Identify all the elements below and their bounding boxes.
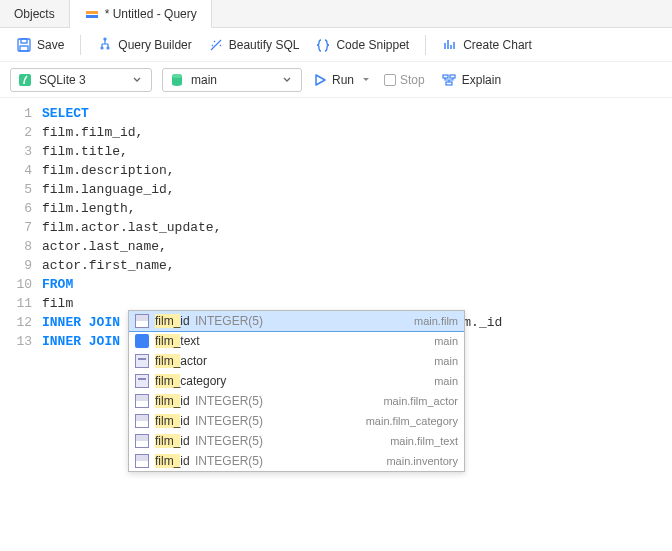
sqlite-icon <box>17 72 33 88</box>
column-icon <box>135 434 149 448</box>
chevron-down-icon <box>358 72 374 88</box>
database-select[interactable]: main <box>162 68 302 92</box>
explain-button[interactable]: Explain <box>435 69 507 91</box>
engine-select[interactable]: SQLite 3 <box>10 68 152 92</box>
tab-objects[interactable]: Objects <box>0 0 70 27</box>
column-icon <box>135 394 149 408</box>
table-icon <box>135 374 149 388</box>
svg-rect-11 <box>443 75 448 78</box>
stop-checkbox-icon <box>384 74 396 86</box>
divider <box>80 35 81 55</box>
svg-point-7 <box>107 47 109 49</box>
svg-rect-12 <box>450 75 455 78</box>
table-icon <box>135 334 149 348</box>
svg-rect-0 <box>86 11 98 14</box>
explain-icon <box>441 72 457 88</box>
tab-query[interactable]: * Untitled - Query <box>70 0 212 28</box>
database-icon <box>169 72 185 88</box>
chevron-down-icon <box>279 72 295 88</box>
autocomplete-item[interactable]: film_actormain <box>129 351 464 371</box>
chart-icon <box>442 37 458 53</box>
svg-point-10 <box>172 74 182 78</box>
svg-rect-3 <box>21 39 27 43</box>
save-button[interactable]: Save <box>10 34 70 56</box>
divider <box>425 35 426 55</box>
svg-rect-4 <box>20 46 28 51</box>
table-icon <box>135 354 149 368</box>
svg-point-6 <box>101 47 103 49</box>
beautify-button[interactable]: Beautify SQL <box>202 34 306 56</box>
autocomplete-item[interactable]: film_categorymain <box>129 371 464 391</box>
autocomplete-item[interactable]: film_id INTEGER(5)main.film_actor <box>129 391 464 411</box>
column-icon <box>135 414 149 428</box>
line-gutter: 12345678910111213 <box>0 104 42 351</box>
autocomplete-item[interactable]: film_id INTEGER(5)main.film <box>129 311 464 331</box>
beautify-icon <box>208 37 224 53</box>
tab-bar: Objects * Untitled - Query <box>0 0 672 28</box>
autocomplete-list[interactable]: film_id INTEGER(5)main.filmfilm_textmain… <box>129 311 464 471</box>
autocomplete-item[interactable]: film_id INTEGER(5)main.film_text <box>129 431 464 451</box>
toolbar: Save Query Builder Beautify SQL Code Sni… <box>0 28 672 62</box>
query-tab-icon <box>84 6 100 22</box>
query-builder-icon <box>97 37 113 53</box>
autocomplete-item[interactable]: film_textmain <box>129 331 464 351</box>
chevron-down-icon <box>129 72 145 88</box>
save-icon <box>16 37 32 53</box>
chart-button[interactable]: Create Chart <box>436 34 538 56</box>
second-toolbar: SQLite 3 main Run Stop Explain <box>0 62 672 98</box>
run-button[interactable]: Run <box>312 72 374 88</box>
column-icon <box>135 314 149 328</box>
column-icon <box>135 454 149 468</box>
play-icon <box>312 72 328 88</box>
autocomplete-item[interactable]: film_id INTEGER(5)main.film_category <box>129 411 464 431</box>
stop-button[interactable]: Stop <box>384 73 425 87</box>
query-builder-button[interactable]: Query Builder <box>91 34 197 56</box>
svg-rect-1 <box>86 15 98 18</box>
snippet-icon <box>315 37 331 53</box>
snippet-button[interactable]: Code Snippet <box>309 34 415 56</box>
svg-rect-13 <box>446 82 452 85</box>
autocomplete-item[interactable]: film_id INTEGER(5)main.inventory <box>129 451 464 471</box>
autocomplete-popup: film_id INTEGER(5)main.filmfilm_textmain… <box>128 310 465 472</box>
